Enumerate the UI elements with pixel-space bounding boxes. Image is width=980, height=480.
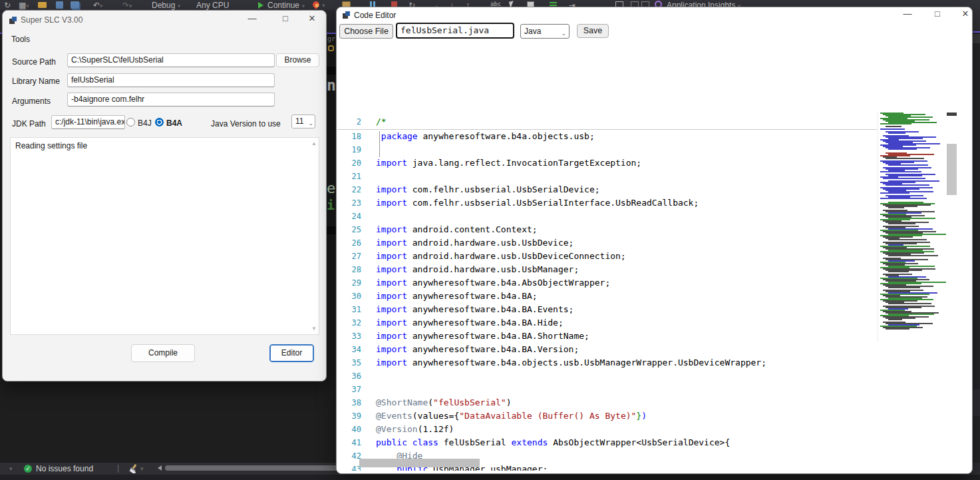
broom-chevron-icon[interactable]: ▾ [140, 465, 144, 472]
check-circle-icon: ✓ [24, 465, 32, 473]
hscroll-left-arrow-icon[interactable] [158, 465, 162, 471]
back-icon[interactable]: ↻ [4, 1, 11, 10]
source-path-label: Source Path [12, 57, 56, 67]
right-strip-seg2 [973, 389, 980, 416]
text-fragment-gr: gr [327, 35, 335, 43]
radio-b4j[interactable] [126, 118, 135, 126]
text-fragment-i: i [327, 197, 335, 213]
dark-band-2 [327, 226, 336, 234]
right-strip-seg1 [973, 34, 980, 43]
code-line: 18 package anywheresoftware.b4a.objects.… [337, 130, 877, 143]
save-icon[interactable] [56, 1, 63, 9]
platform-dropdown[interactable]: Any CPU ▾ [196, 1, 261, 10]
jdk-path-input[interactable]: c:/jdk-11\bin\java.ex [51, 115, 125, 129]
library-name-input[interactable]: felUsbSerial [67, 73, 275, 87]
code-line: 29import anywheresoftware.b4a.AbsObjectW… [337, 276, 877, 290]
minimap-line [878, 328, 946, 330]
code-line: 36 [337, 369, 877, 383]
code-editor-window: Code Editor — □ ✕ Choose File felUsbSeri… [336, 7, 973, 474]
accent-fragment [327, 33, 336, 34]
code-line: 31import anywheresoftware.b4a.BA.Events; [337, 303, 877, 316]
caret [379, 131, 380, 157]
close-button[interactable]: ✕ [957, 6, 974, 23]
window-title: Code Editor [354, 11, 396, 20]
code-line: 32import anywheresoftware.b4a.BA.Hide; [337, 316, 877, 330]
code-vscrollbar-position[interactable] [947, 113, 957, 116]
vs-hscrollbar-thumb[interactable] [165, 465, 338, 471]
code-line: 38@ShortName("felUsbSerial") [337, 396, 877, 409]
code-line: 2/* [337, 115, 877, 130]
library-name-label: Library Name [12, 77, 60, 86]
app-icon [9, 17, 17, 25]
radio-b4a-label: B4A [166, 119, 182, 128]
dark-band-1 [327, 67, 336, 75]
right-strip-accent [973, 31, 980, 33]
save-button[interactable]: Save [577, 24, 609, 38]
undo-icon[interactable]: ↶▾ [93, 1, 103, 10]
java-version-select[interactable]: 11⌄ [291, 115, 315, 128]
hot-reload-chevron-icon[interactable]: ▾ [322, 2, 325, 9]
code-minimap[interactable] [878, 113, 946, 342]
window-grid-icon[interactable]: ▦▾ [19, 1, 29, 10]
log-text: Reading settings file [15, 141, 87, 150]
code-line: 37 [337, 383, 877, 396]
redo-icon[interactable]: ↷▾ [122, 1, 132, 10]
radio-b4j-label: B4J [138, 119, 152, 128]
code-line: 41public class felUsbSerial extends AbsO… [337, 436, 877, 449]
minimize-button[interactable]: — [899, 6, 916, 23]
code-line: 30import anywheresoftware.b4a.BA; [337, 290, 877, 303]
code-hscrollbar-thumb[interactable] [359, 459, 480, 467]
code-line: 40@Version(1.12f) [337, 423, 877, 436]
close-button[interactable]: ✕ [303, 11, 321, 28]
language-select[interactable]: Java⌄ [520, 24, 570, 39]
source-path-input[interactable]: C:\SuperSLC\felUsbSerial [67, 53, 275, 67]
editor-button[interactable]: Editor [269, 344, 314, 362]
compile-button[interactable]: Compile [131, 344, 195, 362]
broom-icon[interactable] [129, 464, 138, 473]
status-message: No issues found [36, 464, 93, 473]
code-viewport[interactable]: 2/*18 package anywheresoftware.b4a.objec… [337, 115, 877, 471]
minimize-button[interactable]: — [244, 11, 261, 28]
super-slc-window: Super SLC V3.00 — □ ✕ Tools Source Path … [2, 10, 327, 381]
jdk-path-label: JDK Path [12, 119, 46, 128]
open-folder-icon[interactable] [38, 2, 47, 8]
code-line: 21 [337, 170, 877, 183]
taskbar-edge [0, 475, 980, 480]
code-line: 28import android.hardware.usb.UsbManager… [337, 263, 877, 276]
code-line: 34import anywheresoftware.b4a.BA.Version… [337, 343, 877, 356]
maximize-button[interactable]: □ [277, 11, 294, 28]
arguments-label: Arguments [12, 97, 51, 106]
code-line: 27import android.hardware.usb.UsbDeviceC… [337, 250, 877, 263]
continue-button[interactable]: Continue ▾ [267, 1, 305, 10]
code-line: 26import android.hardware.usb.UsbDevice; [337, 236, 877, 250]
choose-file-button[interactable]: Choose File [339, 24, 393, 39]
code-line: 22import com.felhr.usbserial.UsbSerialDe… [337, 183, 877, 196]
save-all-icon[interactable] [71, 1, 79, 9]
status-chevron-icon[interactable]: ▾ [9, 465, 13, 472]
code-line: 20import java.lang.reflect.InvocationTar… [337, 156, 877, 170]
text-fragment-n: n [327, 77, 336, 94]
code-line: 24 [337, 210, 877, 223]
code-vscrollbar-thumb[interactable] [947, 144, 957, 195]
menu-tools[interactable]: Tools [11, 35, 30, 44]
maximize-button[interactable]: □ [929, 6, 946, 23]
filename-input[interactable]: felUsbSerial.java [396, 23, 514, 39]
screen: ↻ ▦▾ ↶▾ ↷▾ Debug ▾ Any CPU ▾ Continue ▾ … [0, 0, 980, 480]
code-line: 19 [337, 143, 877, 156]
code-line: 23import com.felhr.usbserial.UsbSerialIn… [337, 196, 877, 210]
browse-button[interactable]: Browse [276, 53, 319, 67]
scroll-down-icon[interactable]: ▼ [311, 326, 317, 332]
code-line: 39@Events(values={"DataAvailable (Buffer… [337, 409, 877, 423]
debug-config-dropdown[interactable]: Debug ▾ [152, 1, 180, 10]
continue-play-icon[interactable] [258, 2, 263, 9]
hot-reload-flame-icon[interactable] [311, 0, 321, 9]
code-line: 33import anywheresoftware.b4a.BA.ShortNa… [337, 330, 877, 343]
arguments-input[interactable]: -b4aignore com.felhr [67, 93, 275, 107]
log-textarea[interactable]: Reading settings file ▲ ▼ [10, 137, 319, 335]
window-title: Super SLC V3.00 [21, 15, 82, 25]
radio-b4a[interactable] [155, 118, 164, 126]
code-line: 35import anywheresoftware.b4a.objects.us… [337, 356, 877, 369]
task-list-icon[interactable] [550, 2, 557, 3]
app-icon [343, 11, 351, 19]
scroll-up-icon[interactable]: ▲ [311, 140, 317, 146]
